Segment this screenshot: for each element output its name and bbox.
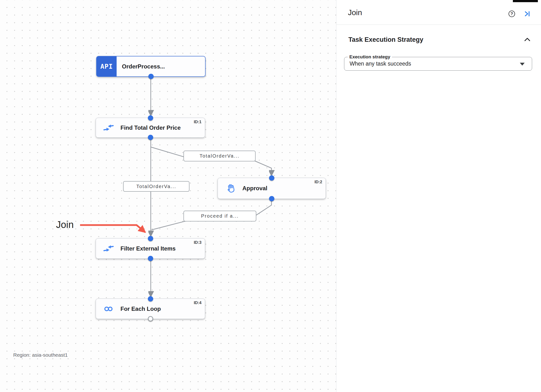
scrollbar-artifact (513, 0, 538, 2)
help-icon[interactable]: ? (509, 11, 515, 17)
hand-approval-icon (225, 183, 237, 194)
dropdown-caret-icon (520, 63, 525, 66)
panel-divider (336, 24, 541, 25)
output-port[interactable] (148, 135, 153, 140)
panel-title: Join (348, 8, 362, 17)
input-port[interactable] (148, 236, 153, 241)
join-annotation-label: Join (56, 219, 74, 230)
help-glyph: ? (510, 12, 513, 16)
execution-strategy-value: When any task succeeds (350, 57, 411, 70)
join-annotation-arrow (80, 225, 145, 232)
execution-strategy-select[interactable]: Execution strategy When any task succeed… (344, 57, 532, 71)
output-port[interactable] (148, 256, 153, 261)
edge-label-text: TotalOrderVa... (200, 153, 239, 159)
region-label: Region: asia-southeast1 (13, 352, 68, 358)
node-title: Approval (242, 185, 267, 192)
data-mapping-icon (103, 124, 115, 132)
node-title: Find Total Order Price (120, 124, 181, 131)
node-approval[interactable]: Approval ID:2 (218, 178, 326, 199)
edge-label-totalorderva-left[interactable]: TotalOrderVa... (123, 181, 189, 192)
node-id-badge: ID:4 (194, 300, 201, 305)
node-id-badge: ID:3 (194, 240, 201, 245)
collapse-panel-icon[interactable] (524, 11, 530, 18)
workflow-canvas[interactable]: TotalOrderVa... TotalOrderVa... Proceed … (0, 0, 336, 392)
output-port[interactable] (148, 74, 154, 79)
input-port[interactable] (148, 296, 153, 301)
node-orderprocess-trigger[interactable]: API OrderProcess... (96, 56, 206, 77)
node-id-badge: ID:2 (315, 180, 322, 184)
edge-label-text: Proceed if a... (201, 213, 239, 219)
input-port[interactable] (148, 115, 153, 121)
node-title: Filter External Items (120, 245, 176, 252)
edge-label-totalorderva-right[interactable]: TotalOrderVa... (183, 151, 256, 161)
node-for-each-loop[interactable]: For Each Loop ID:4 (96, 299, 205, 319)
node-title: For Each Loop (120, 306, 161, 312)
data-mapping-icon (103, 245, 115, 253)
node-title: OrderProcess... (122, 63, 165, 70)
output-port[interactable] (269, 196, 274, 201)
output-port[interactable] (148, 316, 153, 321)
api-trigger-badge: API (97, 56, 117, 76)
section-title-task-execution-strategy: Task Execution Strategy (348, 36, 423, 43)
edge-label-text: TotalOrderVa... (136, 184, 176, 189)
chevron-up-icon[interactable] (523, 37, 531, 44)
input-port[interactable] (269, 175, 274, 181)
node-filter-external-items[interactable]: Filter External Items ID:3 (96, 238, 205, 259)
node-id-badge: ID:1 (194, 120, 201, 124)
node-find-total-order-price[interactable]: Find Total Order Price ID:1 (96, 118, 205, 138)
task-config-panel: Join ? Task Execution Strategy Execution… (336, 0, 541, 392)
loop-icon (103, 305, 115, 312)
edge-label-proceed-if[interactable]: Proceed if a... (183, 211, 256, 221)
